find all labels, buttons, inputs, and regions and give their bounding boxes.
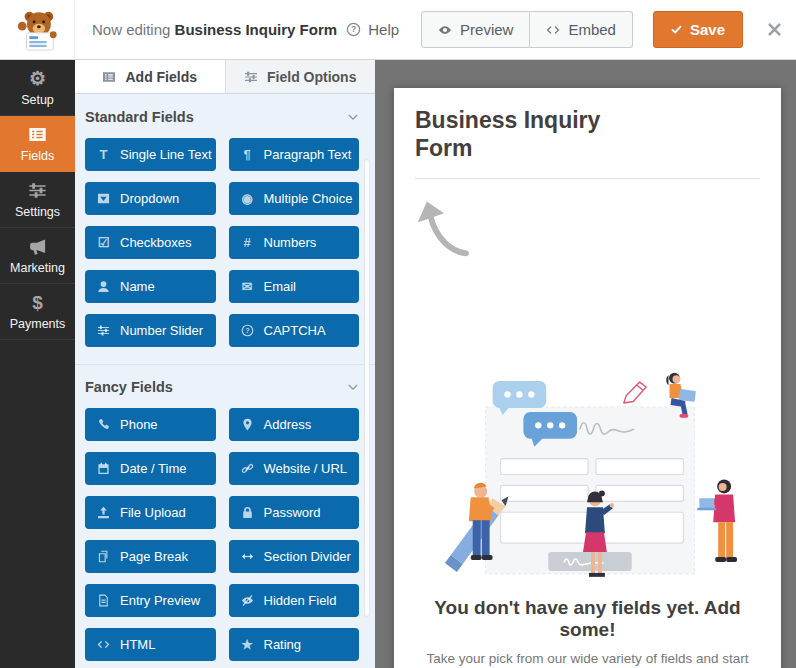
save-button[interactable]: Save bbox=[653, 11, 743, 48]
copy-icon bbox=[96, 550, 111, 563]
field-button-date-time[interactable]: Date / Time bbox=[85, 452, 216, 485]
panel-scrollbar[interactable] bbox=[364, 159, 370, 617]
field-button-numbers[interactable]: # Numbers bbox=[229, 226, 360, 259]
field-button-dropdown[interactable]: Dropdown bbox=[85, 182, 216, 215]
field-button-rating[interactable]: ★ Rating bbox=[229, 628, 360, 661]
dropdown-icon bbox=[96, 192, 111, 205]
sidebar-item-label: Settings bbox=[15, 205, 60, 219]
sidebar-item-marketing[interactable]: Marketing bbox=[0, 228, 75, 284]
empty-state-title: You don't have any fields yet. Add some! bbox=[415, 597, 760, 641]
now-editing-prefix: Now editing bbox=[92, 21, 170, 38]
field-button-entry-preview[interactable]: Entry Preview bbox=[85, 584, 216, 617]
field-label: Numbers bbox=[264, 235, 317, 250]
dollar-icon: $ bbox=[32, 292, 43, 313]
sidebar-item-fields[interactable]: Fields bbox=[0, 116, 75, 172]
field-label: Phone bbox=[120, 417, 158, 432]
gear-icon: ⚙ bbox=[29, 68, 46, 89]
field-label: Date / Time bbox=[120, 461, 186, 476]
close-builder-button[interactable] bbox=[767, 22, 782, 37]
field-button-password[interactable]: Password bbox=[229, 496, 360, 529]
sidebar-item-label: Marketing bbox=[10, 261, 65, 275]
topbar-actions: ? Help Preview Embed Save bbox=[346, 11, 796, 48]
empty-form-illustration bbox=[415, 365, 760, 588]
sidebar-item-settings[interactable]: Settings bbox=[0, 172, 75, 228]
help-button[interactable]: ? Help bbox=[346, 21, 399, 38]
checkbox-icon: ☑ bbox=[96, 236, 111, 249]
preview-button[interactable]: Preview bbox=[421, 11, 530, 48]
form-preview-card: Business Inquiry Form bbox=[394, 88, 781, 668]
form-preview-area: Business Inquiry Form bbox=[375, 60, 796, 668]
field-button-email[interactable]: ✉ Email bbox=[229, 270, 360, 303]
wpforms-logo bbox=[0, 0, 75, 59]
lock-icon bbox=[240, 506, 255, 519]
tab-add-fields[interactable]: Add Fields bbox=[75, 60, 225, 93]
phone-icon bbox=[96, 418, 111, 431]
field-button-name[interactable]: Name bbox=[85, 270, 216, 303]
envelope-icon: ✉ bbox=[240, 280, 255, 293]
field-button-address[interactable]: Address bbox=[229, 408, 360, 441]
hash-icon: # bbox=[240, 236, 255, 249]
fancy-fields-header[interactable]: Fancy Fields bbox=[85, 379, 359, 395]
svg-text:?: ? bbox=[351, 24, 356, 34]
question-circle-icon: ? bbox=[346, 22, 361, 37]
field-button-html[interactable]: HTML bbox=[85, 628, 216, 661]
field-button-paragraph-text[interactable]: ¶ Paragraph Text bbox=[229, 138, 360, 171]
tab-field-options[interactable]: Field Options bbox=[225, 60, 376, 93]
field-button-phone[interactable]: Phone bbox=[85, 408, 216, 441]
title-divider bbox=[415, 178, 760, 179]
field-label: Checkboxes bbox=[120, 235, 192, 250]
sidebar-item-label: Setup bbox=[21, 93, 54, 107]
sidebar-item-label: Payments bbox=[10, 317, 66, 331]
field-button-captcha[interactable]: ? CAPTCHA bbox=[229, 314, 360, 347]
field-button-page-break[interactable]: Page Break bbox=[85, 540, 216, 573]
field-label: Rating bbox=[264, 637, 302, 652]
link-icon bbox=[240, 462, 255, 475]
standard-fields-header[interactable]: Standard Fields bbox=[85, 109, 359, 125]
field-label: Entry Preview bbox=[120, 593, 200, 608]
help-label: Help bbox=[368, 21, 399, 38]
field-label: CAPTCHA bbox=[264, 323, 326, 338]
field-button-checkboxes[interactable]: ☑ Checkboxes bbox=[85, 226, 216, 259]
field-button-section-divider[interactable]: Section Divider bbox=[229, 540, 360, 573]
preview-embed-group: Preview Embed bbox=[421, 11, 633, 48]
sidebar-item-setup[interactable]: ⚙ Setup bbox=[0, 60, 75, 116]
chevron-down-icon bbox=[347, 111, 359, 123]
megaphone-icon bbox=[28, 236, 47, 257]
paragraph-icon: ¶ bbox=[240, 148, 255, 161]
field-label: Page Break bbox=[120, 549, 188, 564]
empty-state-subtitle: Take your pick from our wide variety of … bbox=[415, 649, 760, 668]
field-label: File Upload bbox=[120, 505, 186, 520]
svg-text:?: ? bbox=[245, 326, 250, 335]
embed-button[interactable]: Embed bbox=[530, 11, 633, 48]
form-preview-title[interactable]: Business Inquiry Form bbox=[415, 106, 655, 162]
section-title: Standard Fields bbox=[85, 109, 194, 125]
question-circle-icon: ? bbox=[240, 324, 255, 337]
eye-slash-icon bbox=[240, 594, 255, 607]
curved-arrow-icon bbox=[415, 195, 475, 259]
field-label: Paragraph Text bbox=[264, 147, 352, 162]
field-button-hidden-field[interactable]: Hidden Field bbox=[229, 584, 360, 617]
field-button-single-line-text[interactable]: T Single Line Text bbox=[85, 138, 216, 171]
code-icon bbox=[96, 638, 111, 651]
eye-icon bbox=[438, 23, 452, 37]
sidebar-item-payments[interactable]: $ Payments bbox=[0, 284, 75, 340]
sidebar-item-label: Fields bbox=[21, 149, 54, 163]
field-button-website-url[interactable]: Website / URL bbox=[229, 452, 360, 485]
sliders-icon bbox=[244, 70, 258, 84]
field-label: Email bbox=[264, 279, 297, 294]
save-label: Save bbox=[690, 21, 725, 38]
fields-panel: Add Fields Field Options Standard Fields… bbox=[75, 60, 375, 668]
section-separator bbox=[75, 364, 375, 365]
tab-label: Add Fields bbox=[125, 69, 197, 85]
star-icon: ★ bbox=[240, 638, 255, 651]
field-button-number-slider[interactable]: Number Slider bbox=[85, 314, 216, 347]
preview-label: Preview bbox=[460, 21, 513, 38]
embed-label: Embed bbox=[568, 21, 616, 38]
tab-label: Field Options bbox=[267, 69, 356, 85]
field-label: Hidden Field bbox=[264, 593, 337, 608]
arrows-h-icon bbox=[240, 550, 255, 563]
field-button-multiple-choice[interactable]: ◉ Multiple Choice bbox=[229, 182, 360, 215]
text-icon: T bbox=[96, 148, 111, 161]
check-icon bbox=[671, 24, 682, 35]
field-button-file-upload[interactable]: File Upload bbox=[85, 496, 216, 529]
